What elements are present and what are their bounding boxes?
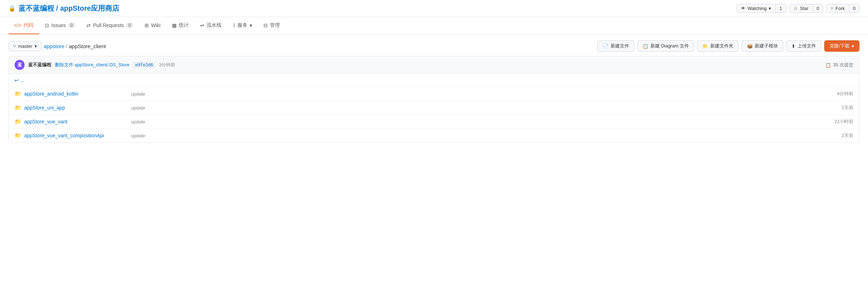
- branch-button[interactable]: ⑂ master ▾: [9, 41, 42, 51]
- watching-count[interactable]: 1: [776, 4, 785, 12]
- commit-hash[interactable]: e9fe3d6: [133, 62, 156, 68]
- file-commit: update: [131, 91, 818, 97]
- back-row: ↩ ...: [9, 74, 859, 87]
- tab-pull-requests-label: Pull Requests: [93, 22, 124, 28]
- file-time: 22小时前: [818, 118, 853, 125]
- file-time: 4分钟前: [818, 91, 853, 97]
- manage-icon: ⊟: [263, 22, 268, 28]
- file-commit: update: [131, 105, 818, 111]
- file-name[interactable]: appStore_android_kotlin: [24, 91, 131, 97]
- tab-pull-requests[interactable]: ⇄ Pull Requests 0: [81, 17, 139, 34]
- star-button[interactable]: ☆ Star: [789, 4, 813, 12]
- repo-title[interactable]: 蓝不蓝编程 / appStore应用商店: [19, 4, 119, 13]
- commit-bar: 蓝 蓝不蓝编程 删除文件 appStore_client/.DS_Store e…: [9, 56, 859, 74]
- star-count[interactable]: 0: [813, 4, 823, 12]
- back-link[interactable]: ↩ ...: [15, 77, 25, 83]
- star-label: Star: [800, 6, 809, 11]
- upload-icon: ⬆: [791, 44, 795, 49]
- clone-dropdown-icon: ▾: [852, 44, 854, 49]
- commit-time: 3分钟前: [159, 62, 175, 68]
- folder-icon: 📁: [15, 104, 21, 111]
- file-time: 2天前: [818, 132, 853, 139]
- table-row: 📁 appStore_vue_vant_compositionApi updat…: [9, 129, 859, 142]
- new-diagram-icon: 📋: [643, 44, 648, 49]
- tab-issues-label: Issues: [51, 22, 66, 28]
- file-name[interactable]: appStore_vue_vant_compositionApi: [24, 133, 131, 138]
- commit-message[interactable]: 删除文件 appStore_client/.DS_Store: [55, 62, 130, 68]
- new-file-button[interactable]: 📄 新建文件: [597, 40, 634, 52]
- branch-icon: ⑂: [13, 44, 16, 49]
- commit-bar-right: 📋 35 次提交: [825, 62, 853, 68]
- file-table: 蓝 蓝不蓝编程 删除文件 appStore_client/.DS_Store e…: [9, 56, 859, 143]
- upload-file-button[interactable]: ⬆ 上传文件: [786, 40, 821, 52]
- tab-pipeline[interactable]: ⇌ 流水线: [194, 17, 227, 34]
- tab-services[interactable]: ⌇ 服务 ▾: [227, 17, 258, 34]
- tab-wiki-label: Wiki: [151, 22, 160, 28]
- folder-icon: 📁: [15, 118, 21, 125]
- pull-requests-badge: 0: [126, 22, 134, 28]
- tab-code[interactable]: </> 代码: [9, 17, 39, 34]
- services-icon: ⌇: [233, 22, 235, 28]
- tab-stats[interactable]: ▦ 统计: [166, 17, 194, 34]
- fork-label: Fork: [836, 6, 845, 11]
- new-diagram-label: 新建 Diagram 文件: [650, 43, 689, 49]
- action-bar: ⑂ master ▾ appstore / appStore_client 📄 …: [9, 40, 859, 52]
- stats-icon: ▦: [172, 22, 177, 28]
- file-name[interactable]: appStore_vue_vant: [24, 119, 131, 124]
- code-icon: </>: [14, 22, 21, 28]
- tab-code-label: 代码: [23, 22, 33, 29]
- eye-icon: 👁: [741, 6, 746, 11]
- new-folder-button[interactable]: 📁 新建文件夹: [697, 40, 739, 52]
- file-name[interactable]: appStore_uni_app: [24, 105, 131, 111]
- file-commit: update: [131, 119, 818, 124]
- fork-icon: ⑂: [831, 6, 833, 11]
- breadcrumb: appstore / appStore_client: [44, 43, 106, 49]
- main-content: ⑂ master ▾ appstore / appStore_client 📄 …: [0, 35, 868, 148]
- commits-count[interactable]: 35 次提交: [833, 62, 853, 68]
- lock-icon: 🔒: [9, 5, 16, 12]
- watching-label: Watching: [748, 6, 767, 11]
- pull-requests-icon: ⇄: [87, 22, 91, 28]
- clone-button[interactable]: 克隆/下载 ▾: [824, 40, 859, 52]
- tab-manage[interactable]: ⊟ 管理: [258, 17, 286, 34]
- table-row: 📁 appStore_vue_vant update 22小时前: [9, 115, 859, 129]
- table-row: 📁 appStore_uni_app update 2天前: [9, 101, 859, 115]
- watching-button[interactable]: 👁 Watching ▾: [737, 4, 776, 12]
- pipeline-icon: ⇌: [200, 22, 204, 28]
- new-submodule-label: 新建子模块: [755, 43, 778, 49]
- watching-dropdown-icon: ▾: [769, 6, 771, 11]
- header-left: 🔒 蓝不蓝编程 / appStore应用商店: [9, 4, 119, 13]
- tab-issues[interactable]: ⊡ Issues 0: [39, 17, 81, 34]
- upload-label: 上传文件: [798, 43, 816, 49]
- commit-author[interactable]: 蓝不蓝编程: [28, 62, 51, 68]
- new-file-label: 新建文件: [611, 43, 629, 49]
- file-time: 2天前: [818, 104, 853, 111]
- star-icon: ☆: [794, 6, 798, 11]
- nav-tabs: </> 代码 ⊡ Issues 0 ⇄ Pull Requests 0 ⊞ Wi…: [0, 17, 868, 35]
- new-submodule-button[interactable]: 📦 新建子模块: [742, 40, 783, 52]
- new-file-icon: 📄: [603, 44, 608, 49]
- commit-bar-left: 蓝 蓝不蓝编程 删除文件 appStore_client/.DS_Store e…: [15, 60, 175, 70]
- tab-services-label: 服务: [237, 22, 247, 29]
- folder-icon: 📁: [15, 132, 21, 139]
- header-right: 👁 Watching ▾ 1 ☆ Star 0 ⑂ Fork 0: [736, 4, 859, 13]
- breadcrumb-parent[interactable]: appstore: [44, 43, 64, 49]
- tab-pipeline-label: 流水线: [206, 22, 221, 29]
- table-row: 📁 appStore_android_kotlin update 4分钟前: [9, 87, 859, 101]
- new-diagram-button[interactable]: 📋 新建 Diagram 文件: [637, 40, 694, 52]
- file-commit: update: [131, 133, 818, 138]
- star-btn-group: ☆ Star 0: [789, 4, 823, 13]
- tab-stats-label: 统计: [179, 22, 189, 29]
- fork-count[interactable]: 0: [849, 4, 859, 12]
- folder-icon: 📁: [15, 91, 21, 97]
- watching-btn-group: 👁 Watching ▾ 1: [736, 4, 786, 13]
- clone-label: 克隆/下载: [830, 43, 849, 49]
- fork-button[interactable]: ⑂ Fork: [826, 4, 849, 12]
- action-buttons: 📄 新建文件 📋 新建 Diagram 文件 📁 新建文件夹 📦 新建子模块 ⬆…: [597, 40, 859, 52]
- avatar: 蓝: [15, 60, 25, 70]
- new-folder-icon: 📁: [702, 44, 708, 49]
- new-submodule-icon: 📦: [747, 44, 753, 49]
- wiki-icon: ⊞: [145, 22, 149, 28]
- tab-wiki[interactable]: ⊞ Wiki: [139, 17, 166, 34]
- tab-manage-label: 管理: [270, 22, 280, 29]
